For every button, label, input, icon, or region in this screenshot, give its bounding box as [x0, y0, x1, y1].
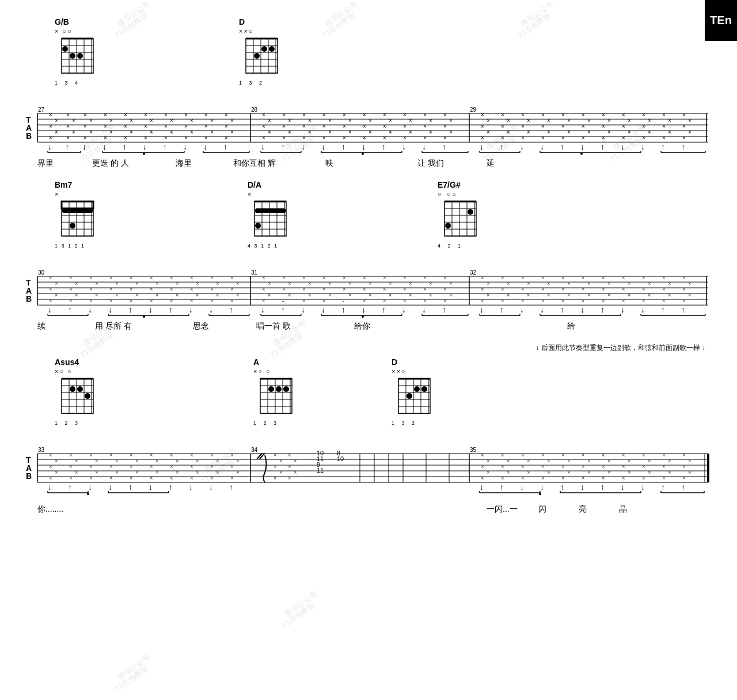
svg-text:×: ×	[602, 275, 605, 281]
svg-point-541	[85, 393, 90, 399]
svg-point-296	[445, 223, 451, 229]
tab-staff-svg-3: T A B 33 34 35 ××	[23, 441, 714, 504]
svg-text:×: ×	[423, 275, 427, 281]
svg-point-25	[261, 46, 267, 52]
svg-text:↑: ↑	[442, 142, 446, 151]
svg-text:×: ×	[561, 452, 565, 458]
svg-text:×: ×	[642, 452, 645, 458]
svg-text:30: 30	[38, 269, 45, 276]
svg-text:×: ×	[308, 129, 311, 135]
svg-text:×: ×	[363, 123, 366, 130]
svg-point-540	[77, 386, 83, 392]
svg-text:×: ×	[443, 135, 447, 141]
svg-text:↓: ↓	[321, 142, 325, 151]
svg-text:×: ×	[49, 475, 52, 481]
svg-point-271	[70, 223, 75, 229]
svg-text:×: ×	[55, 469, 58, 475]
row-section-1: G/B × ○○	[23, 17, 714, 169]
svg-text:×: ×	[150, 275, 153, 281]
svg-text:×: ×	[607, 469, 611, 475]
svg-text:×: ×	[109, 475, 113, 481]
svg-text:×: ×	[282, 286, 286, 292]
svg-text:×: ×	[155, 469, 159, 475]
svg-text:×: ×	[527, 280, 530, 287]
svg-text:×: ×	[648, 469, 651, 475]
svg-text:×: ×	[507, 129, 510, 135]
svg-text:×: ×	[55, 117, 58, 124]
svg-text:×: ×	[521, 298, 525, 304]
svg-text:×: ×	[164, 123, 168, 130]
svg-text:×: ×	[403, 123, 407, 130]
svg-text:×: ×	[130, 463, 133, 470]
svg-text:↓: ↓	[520, 142, 524, 151]
svg-text:×: ×	[561, 123, 565, 130]
svg-text:×: ×	[688, 117, 692, 124]
svg-text:×: ×	[449, 117, 453, 124]
svg-text:×: ×	[443, 286, 447, 292]
svg-text:×: ×	[501, 286, 504, 292]
svg-text:×: ×	[561, 135, 565, 141]
svg-text:×: ×	[204, 123, 208, 130]
svg-text:×: ×	[541, 123, 545, 130]
svg-text:×: ×	[648, 458, 651, 464]
chord-open-da: ×	[248, 191, 289, 197]
svg-text:×: ×	[190, 275, 193, 281]
svg-text:×: ×	[66, 112, 70, 118]
svg-text:29: 29	[470, 106, 477, 113]
svg-point-567	[414, 386, 420, 392]
chord-fingers-da: 4 3 1 2 1	[248, 243, 289, 249]
svg-text:×: ×	[423, 298, 427, 304]
svg-text:×: ×	[487, 117, 490, 124]
svg-text:↑: ↑	[601, 306, 605, 314]
svg-text:↓: ↓	[480, 142, 484, 151]
svg-text:×: ×	[682, 275, 686, 281]
svg-text:↓: ↓	[48, 142, 52, 151]
svg-text:↑: ↑	[169, 306, 173, 314]
svg-rect-14	[246, 39, 278, 73]
tab-staff-svg-2: T A B 30 31 32 ×× ×× ×	[23, 264, 714, 321]
lyric-2-5: 给你	[354, 321, 458, 332]
svg-text:×: ×	[130, 452, 133, 458]
svg-text:×: ×	[69, 298, 73, 304]
svg-text:×: ×	[449, 129, 453, 135]
svg-point-12	[77, 53, 83, 59]
svg-text:×: ×	[328, 117, 332, 124]
svg-text:×: ×	[383, 135, 386, 141]
svg-text:×: ×	[662, 286, 666, 292]
svg-text:×: ×	[210, 129, 214, 135]
svg-text:×: ×	[628, 458, 631, 464]
svg-text:×: ×	[642, 298, 645, 304]
svg-text:×: ×	[262, 135, 265, 141]
svg-text:-: -	[282, 298, 284, 304]
svg-text:×: ×	[423, 123, 427, 130]
svg-text:×: ×	[541, 463, 545, 470]
svg-text:×: ×	[135, 469, 139, 475]
lyric-2-7: 给	[567, 321, 575, 332]
svg-text:↓: ↓	[480, 306, 484, 314]
svg-text:×: ×	[682, 286, 686, 292]
svg-text:×: ×	[308, 117, 311, 124]
svg-point-539	[70, 386, 75, 392]
chord-name-da: D/A	[248, 180, 289, 189]
svg-text:×: ×	[662, 463, 666, 470]
svg-rect-262	[62, 208, 93, 213]
svg-text:↑: ↑	[128, 306, 132, 314]
svg-text:↑: ↑	[560, 306, 564, 314]
svg-text:↓: ↓	[88, 306, 92, 314]
svg-text:×: ×	[109, 117, 113, 124]
svg-text:↓: ↓	[641, 306, 645, 314]
svg-text:↑: ↑	[229, 483, 233, 492]
svg-text:↓: ↓	[641, 142, 645, 151]
svg-text:×: ×	[170, 452, 173, 458]
svg-text:×: ×	[155, 292, 159, 298]
svg-text:×: ×	[328, 280, 332, 287]
svg-text:×: ×	[622, 298, 625, 304]
svg-text:×: ×	[176, 458, 179, 464]
svg-text:×: ×	[104, 135, 107, 141]
svg-text:×: ×	[487, 292, 490, 298]
svg-text:×: ×	[230, 463, 234, 470]
svg-text:×: ×	[662, 275, 666, 281]
svg-text:×: ×	[607, 458, 611, 464]
svg-text:↓: ↓	[149, 483, 153, 492]
svg-text:×: ×	[150, 117, 153, 124]
